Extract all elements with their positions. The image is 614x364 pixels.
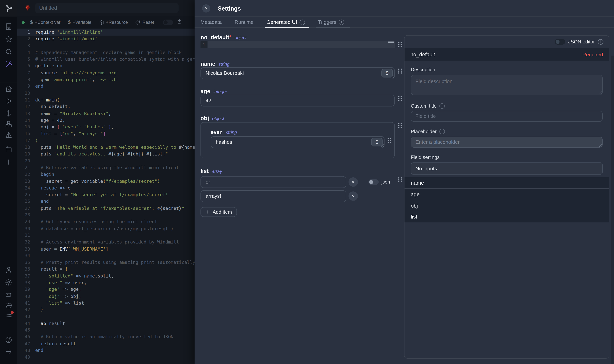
code-line-5[interactable]: 5# Windmill uses bundler/inline compatib… [17, 56, 195, 63]
even-input[interactable]: hashes $ [211, 136, 384, 148]
editor-scrollbar[interactable] [388, 41, 394, 43]
code-line-22[interactable]: 22 begin [17, 171, 195, 178]
code-line-3[interactable]: 3 [17, 42, 195, 49]
resize-handle[interactable] [598, 91, 602, 94]
remove-item-icon[interactable]: ✕ [349, 191, 358, 201]
code-content[interactable]: 1require 'windmill/inline'2require 'wind… [17, 29, 195, 364]
collapse-arrow-icon[interactable] [5, 348, 13, 356]
drag-handle-icon[interactable] [398, 177, 402, 182]
drag-handle-icon[interactable] [398, 96, 402, 101]
home-icon[interactable] [5, 85, 13, 93]
schedules-calendar-icon[interactable] [5, 146, 13, 154]
field-row-name[interactable]: name [405, 177, 609, 188]
code-line-20[interactable]: 20 [17, 157, 195, 164]
search-icon[interactable] [5, 48, 13, 56]
code-line-43[interactable]: 43 [17, 313, 195, 320]
close-icon[interactable]: ✕ [202, 4, 210, 12]
code-line-10[interactable]: 10 [17, 90, 195, 97]
drag-handle-icon[interactable] [398, 68, 402, 73]
code-line-12[interactable]: 12 no_default, [17, 104, 195, 110]
robot-icon[interactable] [5, 290, 13, 298]
code-line-29[interactable]: 29 # Get typed resources using the mini … [17, 219, 195, 225]
code-line-25[interactable]: 25 secret = "No secret yet at f/examples… [17, 191, 195, 198]
add-item-button[interactable]: Add item [200, 207, 237, 217]
code-line-48[interactable]: 48end [17, 347, 195, 354]
age-input[interactable]: 42 [200, 95, 395, 106]
code-line-18[interactable]: 18 puts "Hello World and a warm welcome … [17, 144, 195, 151]
editor-body[interactable] [208, 41, 395, 48]
code-line-4[interactable]: 4# Dependency management: declare gems i… [17, 49, 195, 56]
code-line-15[interactable]: 15 obj = { "even": "hashes" }, [17, 124, 195, 130]
placeholder-textarea[interactable]: Enter a placeholder [411, 137, 603, 148]
code-line-1[interactable]: 1require 'windmill/inline' [17, 29, 195, 36]
user-icon[interactable] [5, 266, 13, 274]
code-line-39[interactable]: 39 "age" => age, [17, 286, 195, 293]
field-row-obj[interactable]: obj [405, 200, 609, 211]
runs-play-icon[interactable] [5, 97, 13, 105]
script-title-input[interactable]: Untitled [35, 3, 179, 13]
variables-dollar-icon[interactable] [5, 109, 13, 117]
code-line-19[interactable]: 19 puts "and its acolytes.. #{age} #{obj… [17, 151, 195, 157]
tab-triggers[interactable]: Triggersi [318, 17, 344, 27]
no-default-json-editor[interactable]: 1 [200, 41, 395, 48]
remove-item-icon[interactable]: ✕ [349, 177, 358, 187]
code-line-34[interactable]: 34 [17, 252, 195, 259]
code-line-17[interactable]: 17) [17, 137, 195, 144]
ai-wand-icon[interactable] [5, 60, 13, 68]
folder-icon[interactable] [5, 302, 13, 310]
code-line-31[interactable]: 31 [17, 232, 195, 239]
windmill-logo[interactable] [0, 0, 17, 16]
settings-gear-icon[interactable] [5, 278, 13, 286]
add-variable-button[interactable]: $ +Variable [68, 20, 91, 25]
code-line-14[interactable]: 14 age = 42, [17, 117, 195, 124]
resources-boxes-icon[interactable] [5, 120, 13, 128]
code-line-9[interactable]: 9end [17, 83, 195, 90]
code-line-6[interactable]: 6gemfile do [17, 63, 195, 70]
field-row-list[interactable]: list [405, 211, 609, 222]
code-line-2[interactable]: 2require 'windmill/mini' [17, 36, 195, 42]
code-line-47[interactable]: 47 return result [17, 340, 195, 347]
code-line-35[interactable]: 35 # Pretty print results using amazing_… [17, 259, 195, 266]
reset-button[interactable]: Reset [135, 20, 154, 25]
code-line-16[interactable]: 16 list = ["or", "arrays!"] [17, 130, 195, 137]
code-line-27[interactable]: 27 puts "The variable at 'f/examples/sec… [17, 205, 195, 212]
resize-handle[interactable] [598, 143, 602, 147]
name-input[interactable]: Nicolas Bourbaki $ [200, 67, 395, 79]
help-icon[interactable] [5, 336, 13, 344]
diff-icon[interactable] [177, 19, 182, 26]
code-line-21[interactable]: 21 # Retrieve variables using the Windmi… [17, 164, 195, 171]
building-icon[interactable] [5, 23, 13, 31]
code-line-41[interactable]: 41 "list" => list [17, 300, 195, 307]
code-line-49[interactable]: 49 [17, 354, 195, 361]
drag-handle-icon[interactable] [398, 42, 402, 47]
code-line-24[interactable]: 24 rescue => e [17, 185, 195, 191]
insert-variable-button[interactable]: $ [381, 69, 393, 78]
add-context-var-button[interactable]: $ +Context var [30, 20, 61, 25]
custom-title-input[interactable]: Field title [411, 111, 603, 122]
tab-generated-ui[interactable]: Generated UIi [266, 17, 305, 27]
code-line-38[interactable]: 38 "user" => user, [17, 279, 195, 286]
list-item-input[interactable]: arrays! [200, 190, 346, 202]
list-item-input[interactable]: or [200, 176, 346, 188]
code-line-40[interactable]: 40 "obj" => obj, [17, 293, 195, 300]
code-line-45[interactable]: 45 [17, 327, 195, 334]
tab-metadata[interactable]: Metadata [200, 17, 222, 27]
add-plus-icon[interactable] [5, 158, 13, 166]
description-textarea[interactable]: Field description [411, 75, 603, 95]
code-line-26[interactable]: 26 end [17, 198, 195, 205]
editor-toggle[interactable] [163, 20, 173, 25]
code-line-36[interactable]: 36 result = { [17, 266, 195, 273]
code-line-13[interactable]: 13 name = "Nicolas Bourbaki", [17, 110, 195, 117]
json-toggle[interactable] [368, 179, 379, 185]
code-line-30[interactable]: 30 # database = get_resource("u/user/my_… [17, 225, 195, 232]
pyramid-icon[interactable] [5, 131, 13, 139]
drag-handle-icon[interactable] [388, 138, 391, 143]
code-line-11[interactable]: 11def main( [17, 97, 195, 104]
drag-handle-icon[interactable] [398, 123, 402, 128]
add-resource-button[interactable]: +Resource [99, 20, 128, 25]
code-line-33[interactable]: 33 user = ENV['WM_USERNAME'] [17, 246, 195, 252]
tab-runtime[interactable]: Runtime [235, 17, 254, 27]
code-line-37[interactable]: 37 "splitted" => name.split, [17, 273, 195, 279]
code-line-7[interactable]: 7 source 'https://rubygems.org' [17, 70, 195, 76]
code-line-42[interactable]: 42 } [17, 307, 195, 313]
